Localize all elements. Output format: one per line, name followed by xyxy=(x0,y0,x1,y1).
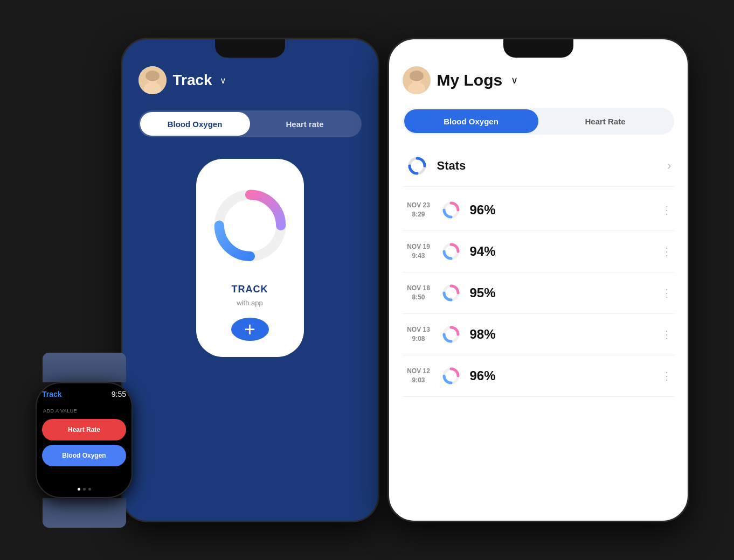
tab-blood-oxygen-track[interactable]: Blood Oxygen xyxy=(140,112,250,136)
iphone-logs-screen: My Logs ∨ Blood Oxygen Heart Rate xyxy=(389,39,688,521)
log-entry-3: NOV 13 9:08 98% ⋮ xyxy=(403,314,674,355)
log-menu-1[interactable]: ⋮ xyxy=(661,245,671,258)
watch-band-top xyxy=(43,353,126,382)
watch-dot-3 xyxy=(88,488,91,491)
add-tracking-button[interactable]: + xyxy=(231,318,269,341)
log-icon-0 xyxy=(440,199,462,221)
watch-blood-oxygen-button[interactable]: Blood Oxygen xyxy=(42,445,126,466)
iphone-track: Track ∨ Blood Oxygen Heart rate xyxy=(121,38,379,522)
iphone-logs-header: My Logs ∨ xyxy=(403,66,674,94)
iphone-track-notch xyxy=(215,39,285,58)
stats-label: Stats xyxy=(437,159,660,173)
watch-title: Track xyxy=(42,390,62,398)
log-value-1: 94% xyxy=(470,244,653,259)
watch-heart-rate-button[interactable]: Heart Rate xyxy=(42,419,126,440)
tab-blood-oxygen-logs[interactable]: Blood Oxygen xyxy=(404,109,538,133)
logs-chevron: ∨ xyxy=(511,74,518,86)
log-entry-2: NOV 18 8:50 95% ⋮ xyxy=(403,272,674,314)
log-date-4: NOV 12 9:03 xyxy=(405,367,432,385)
log-icon-4 xyxy=(440,365,462,387)
phones-group: Track ∨ Blood Oxygen Heart rate xyxy=(121,38,689,522)
log-date-0: NOV 23 8:29 xyxy=(405,201,432,219)
watch-add-label: ADD A VALUE xyxy=(43,408,77,414)
watch-body: Track 9:55 ADD A VALUE Heart Rate Blood … xyxy=(36,382,133,498)
log-date-1: NOV 19 9:43 xyxy=(405,242,432,261)
iphone-logs: My Logs ∨ Blood Oxygen Heart Rate xyxy=(387,38,689,522)
watch-dot-active xyxy=(78,488,80,491)
log-icon-3 xyxy=(440,324,462,345)
log-entry-0: NOV 23 8:29 96% ⋮ xyxy=(403,190,674,231)
log-menu-3[interactable]: ⋮ xyxy=(661,328,671,341)
log-entry-1: NOV 19 9:43 94% ⋮ xyxy=(403,231,674,272)
log-icon-2 xyxy=(440,282,462,304)
tab-heart-rate-track[interactable]: Heart rate xyxy=(250,112,360,136)
iphone-track-tabbar: Blood Oxygen Heart rate xyxy=(139,110,362,137)
stats-icon xyxy=(405,154,429,178)
log-value-0: 96% xyxy=(470,202,653,218)
log-menu-0[interactable]: ⋮ xyxy=(661,204,671,216)
track-avatar xyxy=(139,66,167,94)
svg-point-7 xyxy=(410,71,424,81)
tab-heart-rate-logs[interactable]: Heart Rate xyxy=(538,109,673,133)
logs-title: My Logs xyxy=(437,71,503,89)
iphone-track-screen: Track ∨ Blood Oxygen Heart rate xyxy=(122,39,378,521)
log-icon-1 xyxy=(440,241,462,262)
watch-time: 9:55 xyxy=(112,390,126,398)
watch-band-bottom xyxy=(43,498,126,528)
svg-point-2 xyxy=(146,71,160,81)
track-card: TRACK with app + xyxy=(196,159,304,357)
track-donut-icon xyxy=(207,175,293,276)
log-date-2: NOV 18 8:50 xyxy=(405,284,432,302)
logs-tabbar: Blood Oxygen Heart Rate xyxy=(403,108,674,135)
log-value-2: 95% xyxy=(470,285,653,300)
log-entry-4: NOV 12 9:03 96% ⋮ xyxy=(403,355,674,397)
iphone-track-title: Track xyxy=(173,72,212,89)
scene: Track 9:55 ADD A VALUE Heart Rate Blood … xyxy=(44,22,690,538)
track-label: TRACK xyxy=(232,284,268,295)
log-menu-4[interactable]: ⋮ xyxy=(661,369,671,382)
iphone-track-chevron: ∨ xyxy=(220,75,226,86)
log-value-4: 96% xyxy=(470,368,653,383)
logs-avatar xyxy=(403,66,431,94)
iphone-logs-notch xyxy=(503,39,573,58)
log-value-3: 98% xyxy=(470,327,653,342)
stats-chevron-right: › xyxy=(667,159,671,173)
log-date-3: NOV 13 9:08 xyxy=(405,325,432,344)
iphone-track-header: Track ∨ xyxy=(139,66,226,94)
stats-row[interactable]: Stats › xyxy=(403,145,674,187)
apple-watch: Track 9:55 ADD A VALUE Heart Rate Blood … xyxy=(27,353,141,528)
watch-dot-2 xyxy=(83,488,86,491)
log-menu-2[interactable]: ⋮ xyxy=(661,286,671,299)
watch-screen: Track 9:55 ADD A VALUE Heart Rate Blood … xyxy=(37,383,131,497)
track-sublabel: with app xyxy=(237,299,262,307)
